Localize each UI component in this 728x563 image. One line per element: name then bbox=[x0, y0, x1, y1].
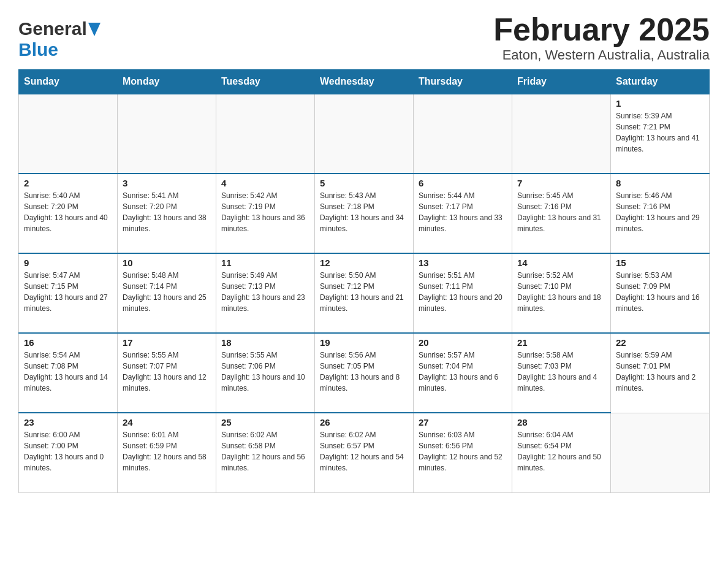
day-info: Sunrise: 5:57 AMSunset: 7:04 PMDaylight:… bbox=[419, 350, 507, 394]
day-number: 27 bbox=[419, 417, 507, 427]
day-info: Sunrise: 5:49 AMSunset: 7:13 PMDaylight:… bbox=[221, 270, 309, 314]
calendar-cell bbox=[611, 413, 710, 492]
calendar-cell: 26Sunrise: 6:02 AMSunset: 6:57 PMDayligh… bbox=[315, 413, 414, 492]
day-number: 23 bbox=[24, 417, 112, 427]
calendar-cell: 12Sunrise: 5:50 AMSunset: 7:12 PMDayligh… bbox=[315, 253, 414, 333]
calendar-cell: 13Sunrise: 5:51 AMSunset: 7:11 PMDayligh… bbox=[414, 253, 512, 333]
day-number: 7 bbox=[517, 178, 605, 188]
day-number: 1 bbox=[616, 98, 704, 109]
calendar-cell: 6Sunrise: 5:44 AMSunset: 7:17 PMDaylight… bbox=[414, 174, 512, 253]
calendar-cell bbox=[19, 94, 118, 174]
day-number: 19 bbox=[320, 337, 408, 348]
col-sunday: Sunday bbox=[19, 70, 118, 94]
day-number: 5 bbox=[320, 178, 408, 188]
calendar-cell bbox=[414, 94, 512, 174]
day-info: Sunrise: 5:45 AMSunset: 7:16 PMDaylight:… bbox=[517, 190, 605, 234]
day-info: Sunrise: 6:02 AMSunset: 6:58 PMDaylight:… bbox=[221, 429, 309, 473]
calendar-cell: 4Sunrise: 5:42 AMSunset: 7:19 PMDaylight… bbox=[216, 174, 315, 253]
calendar-cell: 9Sunrise: 5:47 AMSunset: 7:15 PMDaylight… bbox=[19, 253, 118, 333]
calendar-cell: 5Sunrise: 5:43 AMSunset: 7:18 PMDaylight… bbox=[315, 174, 414, 253]
day-number: 12 bbox=[320, 258, 408, 268]
day-info: Sunrise: 5:59 AMSunset: 7:01 PMDaylight:… bbox=[616, 350, 704, 394]
day-number: 21 bbox=[517, 337, 605, 348]
day-number: 24 bbox=[123, 417, 211, 427]
calendar-cell bbox=[512, 94, 611, 174]
calendar-header: Sunday Monday Tuesday Wednesday Thursday… bbox=[19, 70, 710, 94]
day-number: 14 bbox=[517, 258, 605, 268]
day-info: Sunrise: 5:54 AMSunset: 7:08 PMDaylight:… bbox=[24, 350, 112, 394]
day-number: 20 bbox=[419, 337, 507, 348]
page-title: February 2025 bbox=[493, 12, 710, 47]
day-number: 16 bbox=[24, 337, 112, 348]
day-info: Sunrise: 5:42 AMSunset: 7:19 PMDaylight:… bbox=[221, 190, 309, 234]
col-thursday: Thursday bbox=[414, 70, 512, 94]
day-info: Sunrise: 5:52 AMSunset: 7:10 PMDaylight:… bbox=[517, 270, 605, 314]
day-info: Sunrise: 5:41 AMSunset: 7:20 PMDaylight:… bbox=[123, 190, 211, 234]
day-info: Sunrise: 5:44 AMSunset: 7:17 PMDaylight:… bbox=[419, 190, 507, 234]
logo: General Blue bbox=[18, 12, 100, 60]
calendar-cell bbox=[315, 94, 414, 174]
day-number: 22 bbox=[616, 337, 704, 348]
calendar-cell: 24Sunrise: 6:01 AMSunset: 6:59 PMDayligh… bbox=[118, 413, 216, 492]
day-number: 9 bbox=[24, 258, 112, 268]
logo-blue-text: Blue bbox=[18, 39, 58, 59]
day-number: 26 bbox=[320, 417, 408, 427]
col-saturday: Saturday bbox=[611, 70, 710, 94]
day-info: Sunrise: 5:55 AMSunset: 7:06 PMDaylight:… bbox=[221, 350, 309, 394]
day-info: Sunrise: 6:00 AMSunset: 7:00 PMDaylight:… bbox=[24, 429, 112, 473]
logo-arrow-icon bbox=[88, 23, 100, 36]
days-of-week-row: Sunday Monday Tuesday Wednesday Thursday… bbox=[19, 70, 710, 94]
day-number: 4 bbox=[221, 178, 309, 188]
calendar-cell bbox=[216, 94, 315, 174]
calendar-cell: 27Sunrise: 6:03 AMSunset: 6:56 PMDayligh… bbox=[414, 413, 512, 492]
calendar-week-1: 1Sunrise: 5:39 AMSunset: 7:21 PMDaylight… bbox=[19, 94, 710, 174]
day-number: 17 bbox=[123, 337, 211, 348]
day-info: Sunrise: 5:56 AMSunset: 7:05 PMDaylight:… bbox=[320, 350, 408, 394]
page-subtitle: Eaton, Western Australia, Australia bbox=[493, 47, 710, 63]
col-monday: Monday bbox=[118, 70, 216, 94]
page-header: General Blue February 2025 Eaton, Wester… bbox=[18, 12, 710, 63]
day-info: Sunrise: 5:55 AMSunset: 7:07 PMDaylight:… bbox=[123, 350, 211, 394]
col-wednesday: Wednesday bbox=[315, 70, 414, 94]
calendar-cell bbox=[118, 94, 216, 174]
calendar-cell: 20Sunrise: 5:57 AMSunset: 7:04 PMDayligh… bbox=[414, 333, 512, 413]
calendar-cell: 8Sunrise: 5:46 AMSunset: 7:16 PMDaylight… bbox=[611, 174, 710, 253]
day-info: Sunrise: 5:43 AMSunset: 7:18 PMDaylight:… bbox=[320, 190, 408, 234]
day-number: 11 bbox=[221, 258, 309, 268]
calendar-cell: 18Sunrise: 5:55 AMSunset: 7:06 PMDayligh… bbox=[216, 333, 315, 413]
day-info: Sunrise: 5:39 AMSunset: 7:21 PMDaylight:… bbox=[616, 110, 704, 155]
calendar-body: 1Sunrise: 5:39 AMSunset: 7:21 PMDaylight… bbox=[19, 94, 710, 492]
calendar-week-3: 9Sunrise: 5:47 AMSunset: 7:15 PMDaylight… bbox=[19, 253, 710, 333]
calendar-cell: 16Sunrise: 5:54 AMSunset: 7:08 PMDayligh… bbox=[19, 333, 118, 413]
col-friday: Friday bbox=[512, 70, 611, 94]
day-info: Sunrise: 5:40 AMSunset: 7:20 PMDaylight:… bbox=[24, 190, 112, 234]
day-number: 13 bbox=[419, 258, 507, 268]
calendar-cell: 17Sunrise: 5:55 AMSunset: 7:07 PMDayligh… bbox=[118, 333, 216, 413]
calendar-week-2: 2Sunrise: 5:40 AMSunset: 7:20 PMDaylight… bbox=[19, 174, 710, 253]
day-number: 28 bbox=[517, 417, 605, 427]
day-number: 18 bbox=[221, 337, 309, 348]
calendar-cell: 23Sunrise: 6:00 AMSunset: 7:00 PMDayligh… bbox=[19, 413, 118, 492]
logo-general-text: General bbox=[18, 18, 87, 39]
day-info: Sunrise: 6:03 AMSunset: 6:56 PMDaylight:… bbox=[419, 429, 507, 473]
day-info: Sunrise: 5:46 AMSunset: 7:16 PMDaylight:… bbox=[616, 190, 704, 234]
calendar-cell: 19Sunrise: 5:56 AMSunset: 7:05 PMDayligh… bbox=[315, 333, 414, 413]
day-info: Sunrise: 6:01 AMSunset: 6:59 PMDaylight:… bbox=[123, 429, 211, 473]
title-block: February 2025 Eaton, Western Australia, … bbox=[493, 12, 710, 63]
col-tuesday: Tuesday bbox=[216, 70, 315, 94]
calendar-cell: 14Sunrise: 5:52 AMSunset: 7:10 PMDayligh… bbox=[512, 253, 611, 333]
day-info: Sunrise: 5:58 AMSunset: 7:03 PMDaylight:… bbox=[517, 350, 605, 394]
calendar-cell: 3Sunrise: 5:41 AMSunset: 7:20 PMDaylight… bbox=[118, 174, 216, 253]
day-number: 3 bbox=[123, 178, 211, 188]
calendar-cell: 25Sunrise: 6:02 AMSunset: 6:58 PMDayligh… bbox=[216, 413, 315, 492]
calendar-week-4: 16Sunrise: 5:54 AMSunset: 7:08 PMDayligh… bbox=[19, 333, 710, 413]
day-info: Sunrise: 5:50 AMSunset: 7:12 PMDaylight:… bbox=[320, 270, 408, 314]
calendar-cell: 1Sunrise: 5:39 AMSunset: 7:21 PMDaylight… bbox=[611, 94, 710, 174]
day-number: 8 bbox=[616, 178, 704, 188]
calendar-week-5: 23Sunrise: 6:00 AMSunset: 7:00 PMDayligh… bbox=[19, 413, 710, 492]
day-info: Sunrise: 5:48 AMSunset: 7:14 PMDaylight:… bbox=[123, 270, 211, 314]
calendar-cell: 28Sunrise: 6:04 AMSunset: 6:54 PMDayligh… bbox=[512, 413, 611, 492]
day-number: 10 bbox=[123, 258, 211, 268]
day-info: Sunrise: 5:51 AMSunset: 7:11 PMDaylight:… bbox=[419, 270, 507, 314]
day-number: 25 bbox=[221, 417, 309, 427]
